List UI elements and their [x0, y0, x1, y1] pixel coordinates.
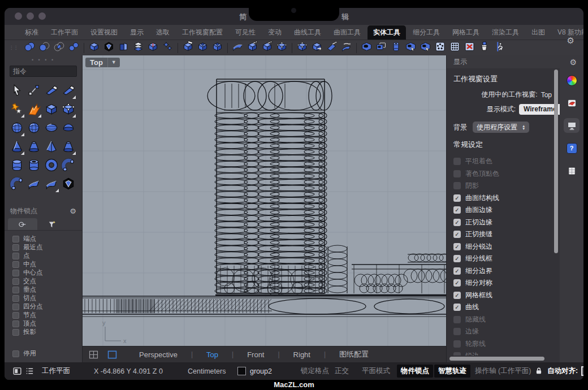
checkbox[interactable] [12, 261, 19, 268]
display-option-row[interactable]: 曲面结构线 [453, 192, 552, 205]
osnap-disable-row[interactable]: 停用 [12, 349, 82, 358]
box-edge-icon[interactable] [87, 41, 101, 55]
cube-seam-icon[interactable] [146, 41, 159, 55]
copy-hole-icon[interactable] [374, 41, 388, 55]
display-option-row[interactable]: 细分锐边 [453, 241, 552, 253]
vertical-scrollbar[interactable] [554, 70, 558, 253]
osnap-tab-snaps[interactable] [8, 218, 37, 230]
checkbox[interactable] [12, 304, 19, 310]
paraboloid-icon[interactable] [60, 121, 76, 137]
checkbox[interactable] [453, 328, 461, 335]
extrude-open-icon[interactable] [245, 41, 259, 55]
viewport-title-dropdown-icon[interactable]: ▼ [107, 58, 120, 67]
display-option-row[interactable]: 轮廓线 [453, 338, 552, 350]
checkbox[interactable] [12, 236, 19, 242]
vp-tab-top[interactable]: Top [193, 350, 232, 359]
vp-tab-layout[interactable]: 图纸配置 [326, 349, 382, 359]
stack-layers-icon[interactable] [131, 41, 145, 55]
tab-cplane[interactable]: 工作平面 [45, 25, 84, 40]
statusbar-grid-snap[interactable]: 锁定格点 [301, 362, 329, 380]
display-option-row[interactable]: 阴影 [453, 180, 552, 192]
minimize-button[interactable] [27, 12, 34, 20]
explode-arrow-icon[interactable] [26, 102, 42, 118]
sheets-tab[interactable] [564, 163, 580, 178]
checkbox[interactable] [12, 270, 19, 276]
boolean-union-icon[interactable] [23, 41, 36, 55]
checkbox[interactable] [453, 279, 461, 287]
checkbox[interactable] [12, 312, 19, 319]
extrude-open-2-icon[interactable] [260, 41, 274, 55]
statusbar-auto-align[interactable]: 自动对齐: [547, 362, 583, 380]
viewport-top[interactable]: Top ▼ xy [83, 55, 446, 346]
statusbar-gumball[interactable]: 操作轴 (工作平面) [475, 362, 531, 380]
checkbox[interactable] [453, 158, 461, 165]
checkbox[interactable] [453, 292, 461, 299]
pipe-2-icon[interactable] [9, 177, 25, 193]
polyhedron-icon[interactable] [102, 41, 115, 55]
checkbox[interactable] [453, 304, 461, 311]
pipe-icon[interactable] [60, 158, 76, 174]
tab-select[interactable]: 选取 [150, 25, 175, 40]
fillet-edge-icon[interactable] [181, 41, 194, 55]
display-option-row[interactable]: 正切接缝 [453, 228, 552, 241]
checkbox[interactable] [453, 194, 461, 202]
display-option-row[interactable]: 曲面边缘 [453, 204, 552, 216]
tab-solid-tools[interactable]: 实体工具 [368, 25, 406, 40]
display-option-row[interactable]: 隐藏线 [453, 314, 552, 326]
command-input[interactable]: 指令 [10, 66, 77, 77]
statusbar-osnap-toggle[interactable]: 物件锁点 [397, 362, 433, 380]
cube-handle-icon[interactable] [275, 41, 288, 55]
box-icon[interactable] [44, 102, 59, 118]
box-corner-icon[interactable] [60, 102, 76, 118]
layers-tab[interactable] [564, 96, 580, 110]
checkbox[interactable] [12, 244, 19, 251]
toolbar-drag-handle[interactable]: ⋮⋮ [9, 47, 18, 49]
extrude-curve-2-icon[interactable] [44, 177, 59, 193]
polyhedron-dark-icon[interactable] [60, 177, 76, 193]
tabbar-gear-icon[interactable]: ⚙ [567, 36, 574, 46]
tab-render-tools[interactable]: 渲染工具 [486, 25, 525, 40]
horizontal-scrollbar[interactable] [449, 357, 544, 361]
properties-tab[interactable] [564, 73, 580, 88]
checkbox[interactable] [453, 243, 461, 250]
pull-snap-icon[interactable] [492, 41, 505, 55]
tab-mesh-tools[interactable]: 网格工具 [447, 25, 485, 40]
sidebar-drag-handle[interactable]: • • • • [5, 55, 82, 63]
pointer-tool-icon[interactable] [9, 84, 25, 99]
osnap-tab-filter[interactable] [37, 218, 67, 230]
zoom-button[interactable] [38, 12, 46, 20]
circular-hole-array-icon[interactable] [433, 41, 447, 55]
boolean-difference-icon[interactable] [37, 41, 51, 55]
tube-hole-icon[interactable] [389, 41, 403, 55]
display-option-row[interactable]: 著色頂點色 [453, 168, 552, 180]
checkbox[interactable] [453, 206, 461, 214]
checkbox[interactable] [12, 287, 19, 293]
display-option-row[interactable]: 细分边界 [453, 265, 552, 278]
checkbox[interactable] [12, 278, 19, 285]
extrude-curve-icon[interactable] [26, 177, 42, 193]
torus-icon[interactable] [44, 158, 59, 174]
display-option-row[interactable]: 平坦着色 [453, 155, 552, 168]
osnap-checkbox-row[interactable]: 顶点 [12, 319, 82, 328]
delete-hole-icon[interactable] [462, 41, 476, 55]
explode-burst-icon[interactable] [9, 102, 25, 118]
rotate-slab-icon[interactable] [339, 41, 353, 55]
pyramid-icon[interactable] [44, 140, 59, 155]
tab-visibility[interactable]: 可见性 [230, 25, 261, 40]
boolean-split-icon[interactable] [67, 41, 80, 55]
statusbar-ortho[interactable]: 正交 [335, 362, 349, 380]
checkbox[interactable] [453, 182, 461, 189]
checkbox[interactable] [12, 329, 19, 336]
cube-axis-icon[interactable] [310, 41, 323, 55]
tab-transform[interactable]: 变动 [262, 25, 287, 40]
checkbox[interactable] [12, 320, 19, 327]
layer-swatch[interactable]: group2 [237, 362, 272, 380]
grid-hole-array-icon[interactable] [448, 41, 461, 55]
truncated-cone-icon[interactable] [26, 140, 42, 155]
osnap-checkbox-row[interactable]: 四分点 [12, 302, 82, 311]
display-option-row[interactable]: 细分对称 [453, 277, 552, 289]
tab-viewport-layout[interactable]: 工作视窗配置 [176, 25, 228, 40]
single-viewport-icon[interactable] [107, 350, 118, 359]
display-option-row[interactable]: 边缘 [453, 326, 552, 338]
tab-subd-tools[interactable]: 细分工具 [407, 25, 446, 40]
